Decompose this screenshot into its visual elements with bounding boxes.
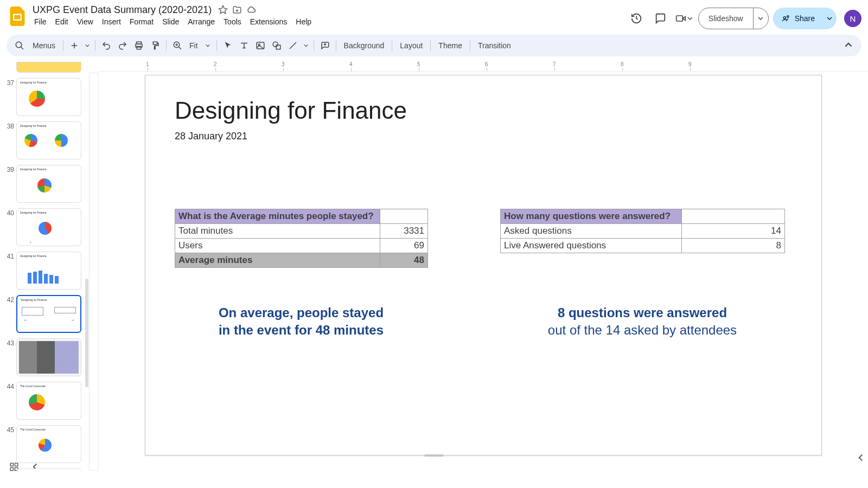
horizontal-ruler: 123456789: [99, 62, 868, 72]
svg-rect-14: [276, 45, 280, 49]
zoom-button[interactable]: [170, 38, 185, 53]
shape-tool[interactable]: [269, 38, 284, 53]
menu-file[interactable]: File: [30, 16, 50, 27]
slide-thumbnail[interactable]: [16, 62, 81, 73]
menu-tools[interactable]: Tools: [220, 16, 245, 27]
search-menus-button[interactable]: [12, 38, 27, 53]
slide-thumbnail[interactable]: Designing for Finance: [16, 121, 81, 159]
comments-icon[interactable]: [650, 9, 670, 28]
slide-thumbnail[interactable]: Designing for Finance: [16, 252, 81, 290]
slide-thumbnail[interactable]: The Covid Consumer: [16, 382, 81, 420]
textbox-tool[interactable]: [237, 38, 252, 53]
paint-format-button[interactable]: [148, 38, 163, 53]
table-average-minutes[interactable]: What is the Average minutes people staye…: [175, 209, 428, 268]
slide-thumbnail-selected[interactable]: Designing for Finance━━━━: [16, 295, 81, 333]
slide-thumbnail[interactable]: [16, 468, 81, 471]
new-slide-dropdown[interactable]: [83, 38, 92, 53]
menu-extensions[interactable]: Extensions: [246, 16, 291, 27]
caption-right[interactable]: 8 questions were answered out of the 14 …: [500, 304, 784, 339]
line-dropdown[interactable]: [302, 38, 310, 53]
slideshow-group: Slideshow: [698, 8, 769, 29]
explore-tab-icon[interactable]: [856, 448, 867, 467]
menu-edit[interactable]: Edit: [52, 16, 72, 27]
transition-button[interactable]: Transition: [474, 41, 515, 50]
slide-thumbnail[interactable]: [16, 338, 81, 376]
move-icon[interactable]: [232, 5, 242, 15]
zoom-select[interactable]: Fit: [186, 41, 213, 50]
menu-view[interactable]: View: [73, 16, 97, 27]
layout-button[interactable]: Layout: [395, 41, 427, 50]
slide-thumbnail[interactable]: The Covid Consumer: [16, 425, 81, 463]
menu-slide[interactable]: Slide: [158, 16, 183, 27]
slide-title[interactable]: Designing for Finance: [175, 97, 407, 124]
svg-point-5: [787, 16, 788, 17]
vertical-ruler: [89, 62, 99, 471]
slideshow-button[interactable]: Slideshow: [699, 8, 753, 29]
share-dropdown[interactable]: [822, 8, 837, 29]
menu-arrange[interactable]: Arrange: [184, 16, 219, 27]
slides-logo[interactable]: [7, 5, 28, 27]
slide-thumbnail[interactable]: Designing for Finance●: [16, 208, 81, 246]
meet-button[interactable]: [674, 9, 694, 28]
svg-point-13: [273, 42, 278, 47]
undo-button[interactable]: [99, 38, 114, 53]
new-slide-button[interactable]: [67, 38, 82, 53]
comment-tool[interactable]: [317, 38, 333, 53]
cloud-status-icon[interactable]: [246, 5, 256, 15]
star-icon[interactable]: [218, 5, 228, 15]
background-button[interactable]: Background: [340, 41, 389, 50]
menu-insert[interactable]: Insert: [98, 16, 125, 27]
thumbnail-scrollbar[interactable]: [85, 279, 88, 387]
share-label: Share: [795, 14, 815, 23]
slide-date[interactable]: 28 January 2021: [175, 131, 247, 142]
svg-point-4: [783, 17, 786, 19]
slide-thumbnail[interactable]: Designing for Finance: [16, 165, 81, 203]
document-title[interactable]: UXPG Event Data Summary (2020-2021): [30, 4, 214, 16]
speaker-notes-drag-handle[interactable]: [424, 454, 444, 457]
svg-rect-3: [676, 16, 682, 21]
theme-button[interactable]: Theme: [434, 41, 467, 50]
svg-rect-1: [14, 15, 20, 20]
caption-left[interactable]: On average, people stayed in the event f…: [175, 304, 427, 339]
print-button[interactable]: [131, 38, 146, 53]
slide-thumbnail[interactable]: Designing for Finance: [16, 78, 81, 116]
image-tool[interactable]: [253, 38, 268, 53]
line-tool[interactable]: [285, 38, 301, 53]
menu-help[interactable]: Help: [292, 16, 315, 27]
account-avatar[interactable]: N: [844, 10, 861, 27]
share-group: Share: [773, 8, 837, 29]
collapse-toolbar-icon[interactable]: [841, 38, 856, 53]
svg-point-6: [16, 42, 22, 48]
menus-label[interactable]: Menus: [28, 41, 60, 50]
share-button[interactable]: Share: [773, 8, 822, 29]
slideshow-dropdown[interactable]: [753, 8, 768, 29]
svg-marker-2: [219, 6, 227, 14]
menu-format[interactable]: Format: [126, 16, 157, 27]
slide-thumbnail-panel[interactable]: 37Designing for Finance 38Designing for …: [0, 62, 89, 471]
table-questions[interactable]: How many questions were answered? Asked …: [500, 209, 785, 253]
menu-bar: File Edit View Insert Format Slide Arran…: [30, 16, 627, 27]
select-tool[interactable]: [220, 38, 235, 53]
version-history-icon[interactable]: [627, 9, 646, 28]
toolbar: Menus Fit Background Layout Theme Transi…: [7, 35, 861, 56]
slide-canvas[interactable]: Designing for Finance 28 January 2021 Wh…: [145, 75, 822, 455]
redo-button[interactable]: [115, 38, 130, 53]
